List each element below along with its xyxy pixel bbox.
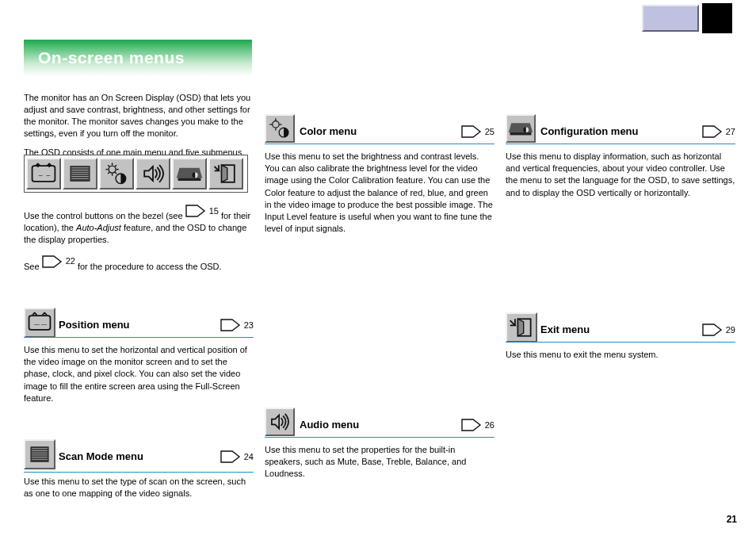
ref-text: 26 — [485, 420, 494, 430]
after-ref15: 15 — [209, 205, 219, 217]
scan-icon — [24, 439, 55, 469]
after-p1a: Use the control buttons on the bezel (se… — [24, 211, 185, 220]
intro-paragraphs: The monitor has an On Screen Display (OS… — [24, 92, 254, 159]
page-title: On-screen menus — [24, 40, 252, 76]
page-ref-22: 22 — [42, 254, 75, 270]
svg-marker-42 — [272, 415, 279, 429]
section-tag-using: Using — [708, 6, 718, 31]
arrow-icon — [220, 317, 241, 333]
svg-rect-43 — [510, 132, 532, 135]
position-icon: — — — [26, 158, 61, 190]
menu-desc: Use this menu to set the brightness and … — [265, 151, 494, 235]
exit-icon — [506, 312, 537, 343]
page-ref-23: 23 — [220, 317, 254, 336]
config-icon — [172, 158, 207, 190]
color-brightness-icon — [99, 158, 134, 190]
menu-label: Audio menu — [300, 419, 359, 431]
ref-text: 27 — [726, 127, 735, 136]
speaker-icon — [136, 158, 170, 190]
arrow-icon — [220, 449, 241, 465]
page-ref-27: 27 — [702, 124, 735, 143]
svg-marker-21 — [144, 167, 153, 181]
menu-desc: Use this menu to set the type of scan on… — [24, 476, 254, 500]
menu-desc: Use this menu to set the properties for … — [265, 444, 494, 480]
underline — [24, 337, 254, 338]
svg-text:— —: — — — [34, 321, 48, 327]
color-brightness-icon — [265, 114, 295, 143]
config-icon — [506, 114, 536, 143]
after-p1-autoadjust: Auto-Adjust — [76, 223, 121, 232]
page-ref-26: 26 — [461, 417, 494, 436]
underline — [24, 472, 254, 473]
arrow-icon — [42, 254, 63, 270]
menu-desc: Use this menu to exit the menu system. — [506, 349, 735, 361]
arrow-icon — [702, 322, 723, 338]
ref-text: 23 — [244, 320, 254, 330]
intro-p1: The monitor has an On Screen Display (OS… — [24, 92, 254, 139]
arrow-icon — [461, 124, 482, 140]
svg-point-11 — [109, 166, 116, 173]
menu-label: Exit menu — [540, 324, 590, 335]
ref-text: 29 — [726, 325, 735, 335]
menu-label: Position menu — [59, 319, 130, 331]
after-p1: Use the control buttons on the bezel (se… — [24, 203, 254, 246]
page-ref-24: 24 — [220, 449, 254, 468]
position-icon: — — — [24, 308, 55, 338]
ref-text: 24 — [244, 452, 254, 461]
svg-line-18 — [108, 172, 109, 174]
svg-point-36 — [273, 121, 279, 128]
menu-desc: Use this menu to set the horizontal and … — [24, 344, 254, 404]
page-ref-25: 25 — [461, 124, 494, 143]
header-blank-button — [642, 5, 699, 32]
after-paragraphs: Use the control buttons on the bezel (se… — [24, 203, 254, 272]
page-ref-29: 29 — [702, 322, 735, 341]
exit-icon — [208, 158, 243, 190]
menu-label: Color menu — [300, 125, 357, 137]
speaker-icon — [265, 408, 295, 436]
svg-line-17 — [115, 172, 116, 174]
page-ref-15: 15 — [185, 203, 219, 219]
after-ref22: 22 — [66, 255, 75, 267]
underline — [506, 342, 735, 343]
svg-text:— —: — — — [39, 171, 51, 179]
menu-desc: Use this menu to display information, su… — [506, 151, 735, 199]
underline — [265, 144, 494, 144]
svg-marker-25 — [222, 165, 227, 182]
menu-label: Scan Mode menu — [59, 450, 143, 462]
svg-line-16 — [108, 165, 109, 167]
arrow-icon — [702, 124, 723, 140]
osd-main-menu-preview: — — — [24, 155, 248, 193]
svg-line-19 — [115, 165, 116, 167]
arrow-icon — [461, 417, 482, 433]
scan-icon — [63, 158, 97, 190]
svg-rect-22 — [178, 178, 201, 181]
underline — [265, 437, 494, 438]
svg-marker-46 — [518, 319, 524, 335]
underline — [506, 144, 735, 144]
page-number: 21 — [727, 514, 737, 525]
arrow-icon — [185, 203, 206, 219]
menu-label: Configuration menu — [540, 125, 639, 137]
page-title-text: On-screen menus — [38, 48, 185, 67]
ref-text: 25 — [485, 127, 494, 136]
after-p2: See 22 for the procedure to access the O… — [24, 254, 254, 273]
